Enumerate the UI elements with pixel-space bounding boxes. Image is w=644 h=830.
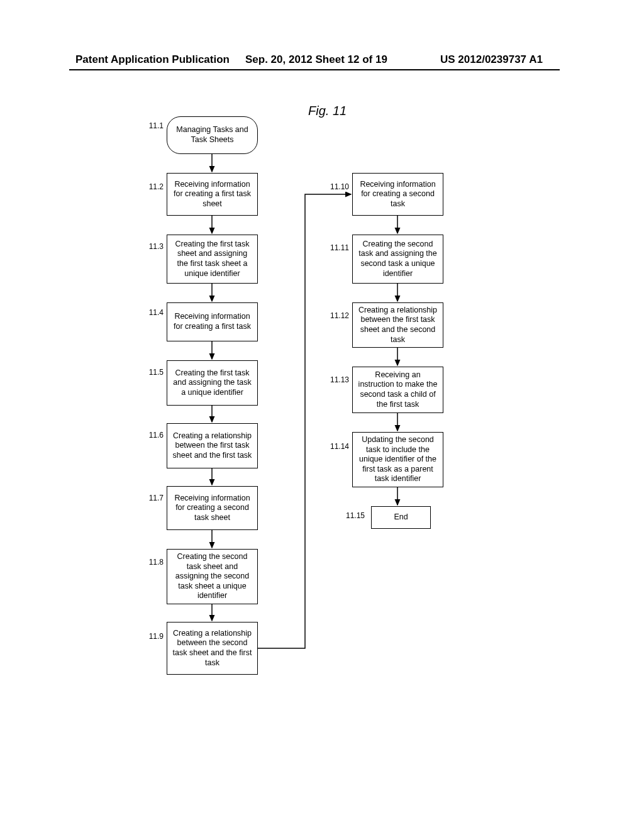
flow-node: Creating a relationship between the seco… (167, 622, 258, 675)
flow-node-end: End (371, 506, 431, 529)
node-text: Managing Tasks and Task Sheets (171, 125, 253, 145)
node-text: Creating the first task and assigning th… (171, 368, 253, 398)
flow-node: Creating the second task sheet and assig… (167, 549, 258, 604)
node-text: Updating the second task to include the … (357, 435, 439, 484)
header-center: Sep. 20, 2012 Sheet 12 of 19 (245, 53, 387, 66)
node-label: 11.2 (142, 182, 164, 191)
node-text: Receiving information for creating a sec… (171, 494, 253, 523)
node-label: 11.8 (142, 558, 164, 567)
flow-node: Receiving information for creating a sec… (167, 486, 258, 530)
node-text: Creating a relationship between the firs… (171, 431, 253, 461)
node-label: 11.6 (142, 431, 164, 440)
node-text: Creating the second task sheet and assig… (171, 552, 253, 601)
node-text: Receiving an instruction to make the sec… (357, 370, 439, 410)
node-label: 11.4 (142, 308, 164, 317)
flow-arrows (0, 110, 644, 802)
node-text: Creating a relationship between the seco… (171, 629, 253, 668)
header-right: US 2012/0239737 A1 (440, 53, 543, 66)
node-label: 11.9 (142, 632, 164, 641)
flow-node-start: Managing Tasks and Task Sheets (167, 116, 258, 154)
flow-node: Creating the first task sheet and assign… (167, 235, 258, 284)
header-rule (69, 69, 560, 70)
flow-node: Updating the second task to include the … (352, 432, 443, 487)
node-label: 11.14 (324, 442, 349, 451)
node-text: Receiving information for creating a fir… (171, 180, 253, 209)
node-text: Creating the second task and assigning t… (357, 240, 439, 279)
flow-node: Creating a relationship between the firs… (167, 423, 258, 468)
node-label: 11.10 (324, 182, 349, 191)
header-left: Patent Application Publication (75, 53, 230, 66)
figure-title: Fig. 11 (308, 104, 347, 118)
node-label: 11.15 (340, 511, 365, 520)
flow-node: Creating the first task and assigning th… (167, 360, 258, 406)
node-label: 11.7 (142, 494, 164, 502)
node-text: Receiving information for creating a sec… (357, 180, 439, 209)
flow-node: Creating the second task and assigning t… (352, 235, 443, 284)
flow-node: Receiving information for creating a fir… (167, 173, 258, 216)
node-label: 11.12 (324, 311, 349, 320)
node-text: Creating a relationship between the firs… (357, 306, 439, 345)
node-text: Creating the first task sheet and assign… (171, 240, 253, 279)
node-label: 11.11 (324, 243, 349, 252)
node-label: 11.5 (142, 368, 164, 377)
node-label: 11.1 (142, 121, 164, 130)
node-text: Receiving information for creating a fir… (171, 312, 253, 331)
node-label: 11.13 (324, 375, 349, 384)
flow-node: Creating a relationship between the firs… (352, 302, 443, 348)
flow-node: Receiving information for creating a fir… (167, 302, 258, 341)
node-label: 11.3 (142, 242, 164, 251)
flow-node: Receiving an instruction to make the sec… (352, 367, 443, 413)
flow-node: Receiving information for creating a sec… (352, 173, 443, 216)
node-text: End (394, 512, 408, 523)
